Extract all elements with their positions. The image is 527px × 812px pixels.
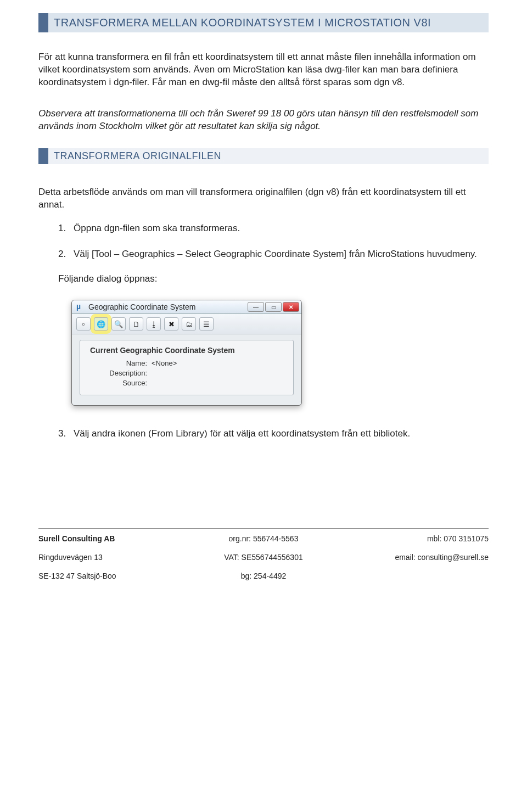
footer-orgnr: org.nr: 556744-5563: [188, 534, 338, 543]
list-text: Välj andra ikonen (From Library) för att…: [74, 428, 489, 440]
footer-company: Surell Consulting AB: [38, 534, 188, 543]
intro-paragraph-2: Observera att transformationerna till oc…: [38, 108, 489, 133]
tool-import[interactable]: ⭳: [147, 317, 161, 331]
page-title: TRANSFORMERA MELLAN KOORDINATSYSTEM I MI…: [38, 13, 489, 32]
footer-mobile: mbl: 070 3151075: [339, 534, 489, 543]
dialog-group: Current Geographic Coordinate System Nam…: [80, 340, 294, 395]
field-label-source: Source:: [101, 379, 147, 387]
tool-search-icon: 🔍: [112, 318, 125, 330]
tool-dialog[interactable]: ▫: [76, 317, 91, 331]
tool-search[interactable]: 🔍: [111, 317, 126, 331]
dialog-intro-text: Följande dialog öppnas:: [58, 273, 489, 284]
tool-delete-icon: ✖: [165, 318, 178, 330]
dialog-toolbar: ▫🌐🔍🗋⭳✖🗂☰: [72, 314, 301, 334]
footer-postal: SE-132 47 Saltsjö-Boo: [38, 572, 188, 580]
list-item: 3. Välj andra ikonen (From Library) för …: [58, 428, 489, 440]
list-item: 1. Öppna dgn-filen som ska transformeras…: [58, 222, 489, 235]
maximize-button[interactable]: ▭: [265, 302, 282, 312]
list-text: Öppna dgn-filen som ska transformeras.: [74, 222, 489, 235]
tool-details[interactable]: ☰: [199, 317, 214, 331]
footer-bg: bg: 254-4492: [188, 572, 338, 580]
section-paragraph: Detta arbetsflöde används om man vill tr…: [38, 186, 489, 211]
field-label-description: Description:: [101, 369, 147, 377]
minimize-button[interactable]: —: [248, 302, 264, 312]
dialog-group-title: Current Geographic Coordinate System: [90, 346, 285, 355]
list-number: 2.: [58, 248, 74, 261]
tool-file-icon: 🗋: [130, 318, 143, 330]
footer-email: email: consulting@surell.se: [339, 553, 489, 562]
app-icon: µ: [76, 303, 85, 311]
tool-details-icon: ☰: [200, 318, 213, 330]
footer-address: Ringduvevägen 13: [38, 553, 188, 562]
gcs-dialog: µ Geographic Coordinate System — ▭ ✕ ▫🌐🔍…: [71, 300, 302, 406]
page-footer: Surell Consulting AB org.nr: 556744-5563…: [38, 528, 489, 580]
tool-delete[interactable]: ✖: [164, 317, 178, 331]
tool-dialog-icon: ▫: [77, 318, 90, 330]
close-button[interactable]: ✕: [283, 302, 299, 312]
dialog-title-text: Geographic Coordinate System: [88, 303, 246, 311]
step-list: 1. Öppna dgn-filen som ska transformeras…: [38, 222, 489, 261]
list-number: 1.: [58, 222, 74, 235]
footer-vat: VAT: SE556744556301: [188, 553, 338, 562]
list-item: 2. Välj [Tool – Geographics – Select Geo…: [58, 248, 489, 261]
field-value-name: <None>: [152, 359, 177, 367]
dialog-titlebar: µ Geographic Coordinate System — ▭ ✕: [72, 300, 301, 314]
tool-import-icon: ⭳: [147, 318, 160, 330]
list-number: 3.: [58, 428, 74, 440]
tool-edit-icon: 🗂: [182, 318, 195, 330]
tool-from-library-icon: 🌐: [94, 318, 108, 330]
tool-edit[interactable]: 🗂: [182, 317, 196, 331]
intro-paragraph-1: För att kunna transformera en fil från e…: [38, 51, 489, 89]
tool-file[interactable]: 🗋: [129, 317, 143, 331]
section-title: TRANSFORMERA ORIGINALFILEN: [38, 148, 489, 164]
field-label-name: Name:: [101, 359, 147, 367]
tool-from-library[interactable]: 🌐: [94, 317, 108, 331]
list-text: Välj [Tool – Geographics – Select Geogra…: [74, 248, 489, 261]
step-list-continued: 3. Välj andra ikonen (From Library) för …: [38, 428, 489, 440]
